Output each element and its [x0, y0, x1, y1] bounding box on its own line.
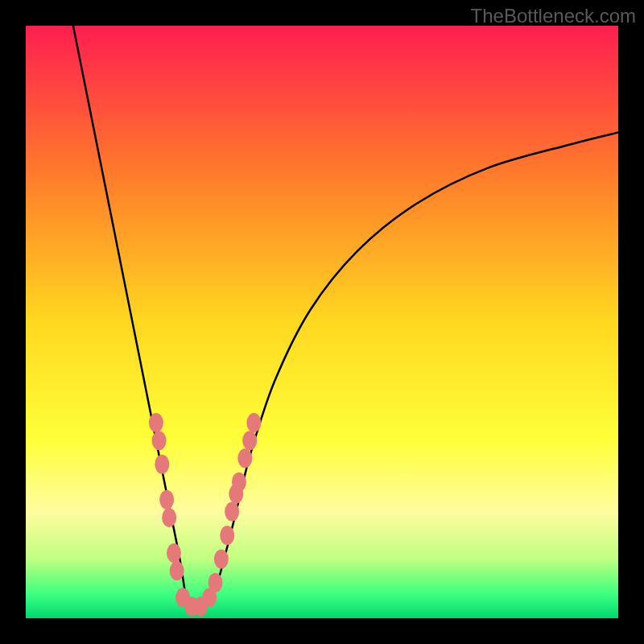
marker-point	[208, 573, 223, 592]
watermark-text: TheBottleneck.com	[471, 5, 636, 27]
highlight-markers	[149, 413, 261, 616]
marker-point	[159, 490, 174, 510]
marker-point	[155, 455, 169, 474]
marker-point	[225, 502, 239, 522]
marker-point	[162, 508, 176, 527]
plot-area	[26, 26, 618, 618]
marker-point	[170, 561, 184, 580]
bottleneck-curve	[73, 26, 618, 609]
marker-point	[152, 431, 167, 450]
chart-container: TheBottleneck.com	[0, 0, 644, 644]
marker-point	[232, 473, 246, 492]
marker-point	[167, 543, 181, 563]
marker-point	[220, 526, 234, 545]
marker-point	[237, 448, 252, 468]
marker-point	[214, 549, 229, 568]
curve-layer	[26, 26, 618, 618]
marker-point	[149, 413, 163, 432]
marker-point	[242, 431, 257, 450]
marker-point	[246, 413, 261, 432]
